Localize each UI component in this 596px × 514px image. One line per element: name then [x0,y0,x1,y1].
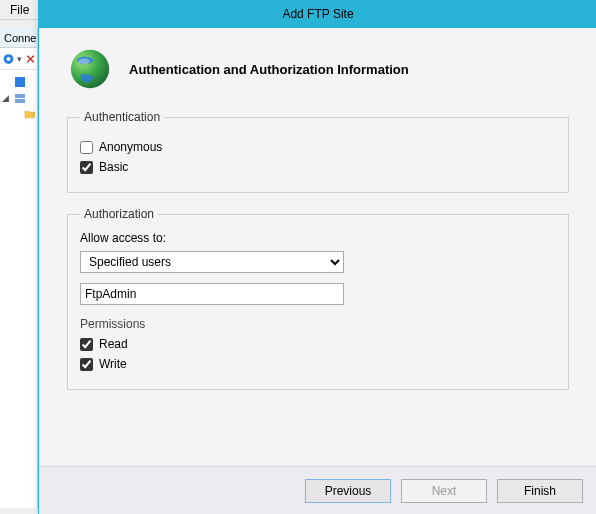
tree-server-node[interactable]: ◢ [2,90,35,106]
connections-header: Conne [0,28,37,48]
permissions-group: Permissions Read Write [80,317,556,371]
write-label: Write [99,357,127,371]
start-page-icon [14,76,26,88]
svg-point-5 [71,50,109,88]
dialog-title: Add FTP Site [282,7,353,21]
dialog-header: Authentication and Authorization Informa… [67,46,569,92]
svg-rect-4 [15,99,25,103]
globe-icon [67,46,113,92]
basic-label: Basic [99,160,128,174]
finish-button[interactable]: Finish [497,479,583,503]
connections-toolbar: ▾ [0,48,37,70]
server-icon [14,92,26,104]
dialog-body: Authentication and Authorization Informa… [39,28,596,466]
next-button: Next [401,479,487,503]
authentication-group: Authentication Anonymous Basic [67,110,569,193]
connections-tree: ◢ [0,70,37,126]
authorization-legend: Authorization [80,207,158,221]
anonymous-checkbox[interactable] [80,141,93,154]
anonymous-label: Anonymous [99,140,162,154]
read-checkbox[interactable] [80,338,93,351]
svg-point-1 [6,56,10,60]
folder-icon [24,108,35,120]
allow-access-label: Allow access to: [80,231,556,245]
dropdown-chevron-icon[interactable]: ▾ [17,54,22,64]
page-title: Authentication and Authorization Informa… [129,62,409,77]
authentication-legend: Authentication [80,110,164,124]
users-input[interactable] [80,283,344,305]
add-ftp-site-dialog: Add FTP Site [38,0,596,514]
svg-rect-3 [15,94,25,98]
allow-access-select[interactable]: Specified users [80,251,344,273]
tree-sites-node[interactable] [2,106,35,122]
connections-panel: Conne ▾ ◢ [0,28,38,508]
dialog-titlebar: Add FTP Site [39,0,596,28]
dialog-footer: Previous Next Finish [39,466,596,514]
permissions-label: Permissions [80,317,556,331]
tree-start-page[interactable] [2,74,35,90]
menu-file[interactable]: File [4,0,35,20]
svg-point-6 [79,58,91,64]
read-label: Read [99,337,128,351]
basic-checkbox[interactable] [80,161,93,174]
connect-icon[interactable] [2,52,15,66]
authorization-group: Authorization Allow access to: Specified… [67,207,569,390]
delete-icon[interactable] [24,52,37,66]
svg-rect-2 [15,77,25,87]
write-checkbox[interactable] [80,358,93,371]
previous-button[interactable]: Previous [305,479,391,503]
